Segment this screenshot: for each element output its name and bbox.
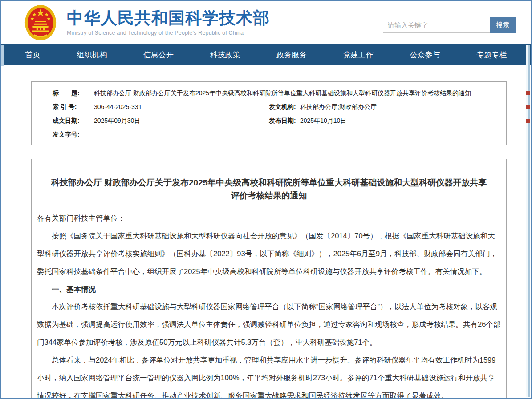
meta-label-date-published: 发布日期: xyxy=(269,114,300,128)
meta-value-date-published: 2025年10月10日 xyxy=(300,114,346,128)
meta-label-title: 标 题: xyxy=(53,86,94,100)
meta-label-index-number: 索 引 号: xyxy=(53,100,94,114)
article-paragraph-3: 总体看来，与2024年相比，参评单位对开放共享更加重视，管理和共享应用水平进一步… xyxy=(37,351,501,399)
document-content-box: 科技部办公厅 财政部办公厅关于发布2025年中央级高校和科研院所等单位重大科研基… xyxy=(31,159,507,399)
article-salutation: 各有关部门科技主管单位： xyxy=(37,210,501,227)
nav-item-info-disclosure[interactable]: 信息公开 xyxy=(143,50,174,60)
meta-row-title: 标 题: 科技部办公厅 财政部办公厅关于发布2025年中央级高校和科研院所等单位… xyxy=(32,86,506,100)
nav-item-organization[interactable]: 组织机构 xyxy=(77,50,107,60)
meta-label-date-written: 成文日期: xyxy=(53,114,94,128)
site-header: 中华人民共和国科学技术部 Ministry of Science and Tec… xyxy=(1,1,531,44)
meta-row-index-issuer: 索 引 号: 306-44-2025-331 发文机构: 科技部办公厅;财政部办… xyxy=(32,100,506,114)
document-meta-box: 标 题: 科技部办公厅 财政部办公厅关于发布2025年中央级高校和科研院所等单位… xyxy=(31,81,507,145)
national-emblem-logo[interactable] xyxy=(24,4,57,41)
article-paragraph-2: 本次评价考核依托重大科研基础设施与大型科研仪器国家网络管理平台（以下简称“国家网… xyxy=(37,298,501,351)
meta-label-doc-number: 发文字号: xyxy=(53,128,94,141)
nav-item-party-building[interactable]: 党建工作 xyxy=(343,50,374,60)
article-section-heading-1: 一、基本情况 xyxy=(37,281,501,298)
article-paragraph-1: 按照《国务院关于国家重大科研基础设施和大型科研仪器向社会开放的意见》（国发〔20… xyxy=(37,227,501,281)
site-title-block: 中华人民共和国科学技术部 Ministry of Science and Tec… xyxy=(67,9,270,36)
nav-item-home[interactable]: 首页 xyxy=(25,50,41,60)
meta-value-date-written: 2025年09月30日 xyxy=(94,114,140,128)
meta-value-title: 科技部办公厅 财政部办公厅关于发布2025年中央级高校和科研院所等单位重大科研基… xyxy=(94,86,471,100)
search-input[interactable] xyxy=(383,17,490,33)
side-marker-3 xyxy=(526,119,530,123)
article-title: 科技部办公厅 财政部办公厅关于发布2025年中央级高校和科研院所等单位重大科研基… xyxy=(49,176,488,202)
meta-value-index-number: 306-44-2025-331 xyxy=(94,100,142,114)
china-emblem-icon xyxy=(24,4,57,41)
article-body: 各有关部门科技主管单位： 按照《国务院关于国家重大科研基础设施和大型科研仪器向社… xyxy=(37,210,501,399)
side-marker-1 xyxy=(526,91,530,95)
page-frame: 中华人民共和国科学技术部 Ministry of Science and Tec… xyxy=(0,0,532,399)
search-area: 搜索 xyxy=(383,17,516,33)
main-nav: 首页 组织机构 信息公开 科技政策 政务服务 党建工作 公众参与 专题专栏 xyxy=(1,44,531,65)
meta-label-issuing-org: 发文机构: xyxy=(269,100,300,114)
nav-item-public-participation[interactable]: 公众参与 xyxy=(410,50,440,60)
nav-left-sliver xyxy=(1,45,4,66)
scrollbar-thumb[interactable] xyxy=(528,45,530,397)
site-subtitle: Ministry of Science and Technology of th… xyxy=(67,30,270,36)
nav-item-sci-tech-policy[interactable]: 科技政策 xyxy=(210,50,240,60)
site-title: 中华人民共和国科学技术部 xyxy=(67,9,270,28)
side-marker-2 xyxy=(526,105,530,109)
meta-row-doc-number: 发文字号: xyxy=(32,128,506,141)
nav-item-gov-services[interactable]: 政务服务 xyxy=(276,50,307,60)
meta-row-dates: 成文日期: 2025年09月30日 发布日期: 2025年10月10日 xyxy=(32,114,506,128)
search-button[interactable]: 搜索 xyxy=(490,17,516,33)
nav-item-special-topics[interactable]: 专题专栏 xyxy=(476,50,507,60)
meta-value-issuing-org: 科技部办公厅;财政部办公厅 xyxy=(300,100,377,114)
